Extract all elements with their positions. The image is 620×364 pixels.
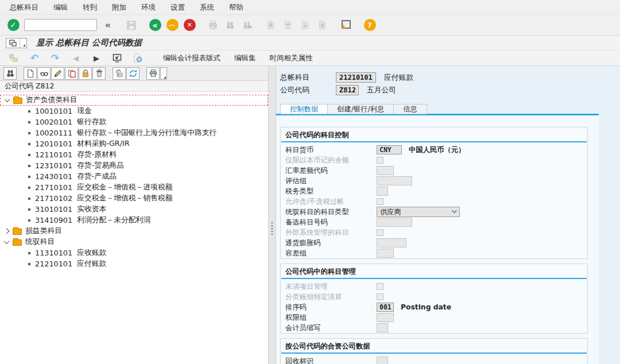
save-button[interactable]: [125, 18, 138, 32]
exit-button[interactable]: ︿: [165, 18, 179, 32]
tree-item[interactable]: 31410901利润分配－未分配利润: [0, 215, 268, 226]
menu-item-7[interactable]: 系统: [192, 0, 222, 14]
tree-folder[interactable]: 统驭科目: [0, 237, 268, 247]
menu-item-1[interactable]: 总帐科目: [2, 0, 46, 14]
chevron-right-icon[interactable]: [4, 229, 10, 234]
checkbox[interactable]: [377, 229, 383, 236]
delete-button[interactable]: [92, 67, 106, 80]
screen-assign-button[interactable]: [110, 52, 125, 64]
back-button[interactable]: «: [148, 18, 162, 32]
app-toolbar-button-2[interactable]: 编辑集: [227, 51, 263, 65]
tree-item[interactable]: 12110101存货-原材料: [0, 149, 268, 160]
input-field[interactable]: [377, 313, 394, 322]
window-menu-arrow-icon[interactable]: [20, 38, 26, 48]
display-button[interactable]: [37, 67, 51, 80]
doc-globe-button[interactable]: [130, 52, 145, 64]
previous-page-button[interactable]: [281, 18, 295, 32]
input-field[interactable]: [377, 357, 388, 364]
chevron-down-icon[interactable]: [4, 238, 10, 244]
input-field[interactable]: [377, 187, 388, 196]
dropdown-field[interactable]: 供应商: [377, 207, 460, 217]
input-field[interactable]: [377, 218, 412, 227]
account-number: 31010101: [35, 205, 72, 214]
app-toolbar-button-3[interactable]: 时间相关属性: [263, 51, 320, 65]
tab-1[interactable]: 控制数据: [280, 104, 327, 114]
tree-item[interactable]: 21710102应交税金－增值税－销售税额: [0, 193, 268, 204]
change-button[interactable]: [51, 67, 64, 80]
menu-item-5[interactable]: 环境: [134, 0, 163, 14]
previous-object-button[interactable]: ◀: [68, 52, 83, 64]
new-session-button[interactable]: ★: [339, 18, 353, 32]
enter-button[interactable]: ✓: [6, 18, 20, 32]
command-field[interactable]: [24, 19, 97, 31]
next-page-button[interactable]: [299, 18, 312, 32]
menu-item-4[interactable]: 附加: [104, 0, 134, 14]
tree-item[interactable]: 12310101存货-贸易商品: [0, 160, 268, 171]
refresh-button[interactable]: [126, 67, 140, 80]
undo-button[interactable]: ↶: [27, 52, 42, 64]
tree-header: 公司代码 Z812: [0, 81, 268, 92]
main-area: 公司代码 Z812 资产负债类科目10010101现金10020101银行存款1…: [0, 66, 620, 364]
tree-item[interactable]: 11310101应收账款: [0, 247, 268, 258]
next-object-button[interactable]: ▶: [89, 52, 104, 64]
window-menu-button[interactable]: [6, 38, 27, 48]
form-row: 汇率差额代码: [281, 165, 587, 176]
tree-item[interactable]: 10020101银行存款: [0, 117, 268, 127]
menu-item-6[interactable]: 设置: [163, 0, 192, 14]
input-field[interactable]: [377, 249, 394, 258]
redo-button[interactable]: ↷: [48, 52, 63, 64]
copy-button[interactable]: [65, 67, 78, 80]
checkbox[interactable]: [377, 293, 383, 300]
find-next-button[interactable]: [241, 18, 254, 32]
company-code-field[interactable]: Z812: [336, 85, 359, 95]
input-field[interactable]: [377, 323, 388, 332]
checkbox[interactable]: [377, 283, 383, 290]
tree-item[interactable]: 21210101应付账款: [0, 258, 268, 269]
find-button[interactable]: [223, 18, 237, 32]
menu-item-2[interactable]: 编辑: [46, 0, 75, 14]
hierarchy-button[interactable]: [6, 52, 21, 64]
tree-item[interactable]: 31010101实收资本: [0, 204, 268, 215]
input-field[interactable]: [377, 176, 412, 185]
system-toolbar: ✓««︿✕★?: [0, 15, 620, 36]
input-field[interactable]: 001: [377, 303, 394, 312]
menu-item-8[interactable]: 帮助: [222, 0, 251, 14]
panel-splitter[interactable]: [268, 66, 276, 364]
gl-account-field[interactable]: 21210101: [336, 72, 376, 83]
input-field[interactable]: [377, 238, 406, 247]
tree-item[interactable]: 10010101现金: [0, 106, 268, 117]
checkbox[interactable]: [377, 157, 383, 164]
cancel-button[interactable]: ✕: [183, 18, 196, 32]
help-button[interactable]: ?: [363, 18, 377, 32]
tree-item[interactable]: 21710101应交税金－增值税－进项税额: [0, 182, 268, 193]
last-page-button[interactable]: [316, 18, 330, 32]
tab-3[interactable]: 信息: [393, 104, 427, 114]
binoculars-icon: [225, 20, 235, 30]
first-page-button[interactable]: [264, 18, 278, 32]
find-button[interactable]: [3, 67, 17, 80]
print-tree-button[interactable]: [146, 67, 160, 80]
input-field[interactable]: [377, 166, 394, 175]
section-title: 公司代码中的科目管理: [281, 264, 587, 278]
unblock-button[interactable]: [113, 67, 126, 80]
chevron-down-icon[interactable]: [5, 96, 10, 102]
form-row: 仅限以本币记的余额: [281, 155, 587, 165]
checkbox[interactable]: [377, 198, 383, 205]
create-button[interactable]: [24, 67, 37, 80]
tree-folder[interactable]: 资产负债类科目: [0, 95, 268, 106]
tab-2[interactable]: 创建/银行/利息: [327, 104, 393, 114]
menu-item-3[interactable]: 转到: [75, 0, 104, 14]
bullet-icon: [28, 252, 30, 254]
tree-folder[interactable]: 损益类科目: [0, 226, 268, 237]
print-button[interactable]: [206, 18, 220, 32]
block-button[interactable]: [79, 67, 92, 80]
splitter-handle-icon[interactable]: [271, 222, 273, 236]
print-options-button[interactable]: [160, 67, 167, 80]
collapse-button[interactable]: «: [101, 18, 115, 32]
page-down-icon: [300, 20, 311, 30]
app-toolbar-button-1[interactable]: 编辑会计报表版式: [156, 51, 227, 65]
input-field[interactable]: CNY: [377, 145, 402, 154]
tree-item[interactable]: 10020111银行存款－中国银行上海分行淮海中路支行: [0, 127, 268, 138]
tree-item[interactable]: 12430101存货-产成品: [0, 171, 268, 182]
tree-item[interactable]: 12010101材料采购-GR/IR: [0, 138, 268, 149]
